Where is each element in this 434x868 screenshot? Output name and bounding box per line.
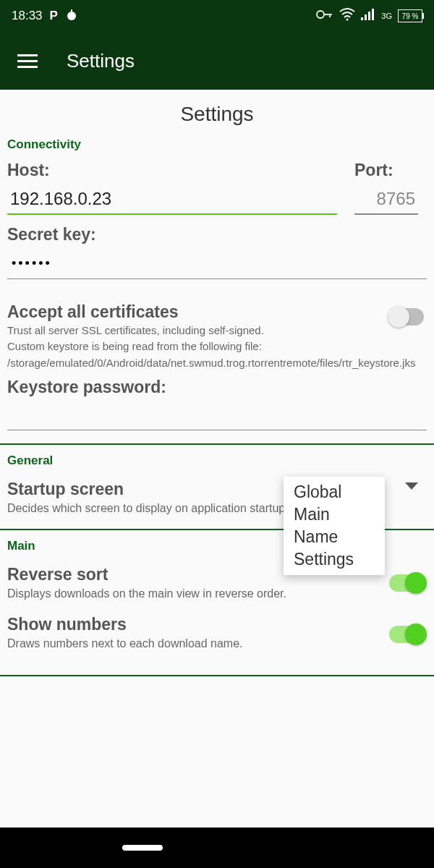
status-bar: 18:33 P 3G 79 % xyxy=(0,0,434,32)
numbers-title: Show numbers xyxy=(7,615,427,634)
app-indicator-icon xyxy=(65,8,78,25)
status-time: 18:33 xyxy=(12,9,43,23)
numbers-desc: Draws numbers next to each download name… xyxy=(7,636,383,652)
host-input[interactable] xyxy=(7,183,337,215)
svg-point-5 xyxy=(346,18,349,20)
p-icon: P xyxy=(50,9,58,23)
signal-icon xyxy=(361,9,375,24)
port-input[interactable] xyxy=(354,183,418,215)
content-area: Settings Connectivity Host: Port: Secret… xyxy=(0,90,434,676)
host-label: Host: xyxy=(7,161,337,180)
app-bar-title: Settings xyxy=(67,50,135,72)
dropdown-item-global[interactable]: Global xyxy=(284,481,385,503)
keystore-input[interactable] xyxy=(7,401,427,430)
dropdown-item-settings[interactable]: Settings xyxy=(284,548,385,571)
key-icon xyxy=(316,9,333,23)
nav-home-button[interactable] xyxy=(122,845,163,851)
secret-label: Secret key: xyxy=(7,225,427,244)
svg-point-2 xyxy=(317,11,324,18)
startup-dropdown: Global Main Name Settings xyxy=(284,477,385,575)
reverse-toggle[interactable] xyxy=(389,574,424,592)
svg-rect-9 xyxy=(372,9,374,20)
menu-icon[interactable] xyxy=(17,54,38,68)
svg-rect-8 xyxy=(368,12,370,20)
cert-desc-1: Trust all server SSL certificates, inclu… xyxy=(7,323,383,338)
cert-toggle[interactable] xyxy=(389,308,424,326)
section-general: General xyxy=(7,451,427,472)
port-label: Port: xyxy=(354,161,427,180)
svg-rect-7 xyxy=(365,14,367,20)
numbers-toggle[interactable] xyxy=(389,626,424,643)
cert-title: Accept all certificates xyxy=(7,302,427,322)
keystore-label: Keystore password: xyxy=(7,378,427,397)
chevron-down-icon[interactable] xyxy=(405,482,418,490)
app-bar: Settings xyxy=(0,32,434,90)
section-connectivity: Connectivity xyxy=(7,135,427,156)
reverse-desc: Displays downloads on the main view in r… xyxy=(7,586,383,602)
dropdown-item-name[interactable]: Name xyxy=(284,526,385,548)
dropdown-item-main[interactable]: Main xyxy=(284,503,385,526)
svg-rect-6 xyxy=(361,17,363,20)
page-title: Settings xyxy=(7,90,427,135)
battery-icon: 79 % xyxy=(398,9,422,22)
network-label: 3G xyxy=(381,12,392,20)
svg-rect-1 xyxy=(71,9,72,12)
cert-path: /storage/emulated/0/Android/data/net.swm… xyxy=(7,356,427,370)
svg-point-0 xyxy=(67,12,76,20)
wifi-icon xyxy=(339,8,355,25)
cert-desc-2: Custom keystore is being read from the f… xyxy=(7,339,383,354)
secret-input[interactable]: •••••• xyxy=(7,247,427,279)
nav-bar xyxy=(0,827,434,868)
